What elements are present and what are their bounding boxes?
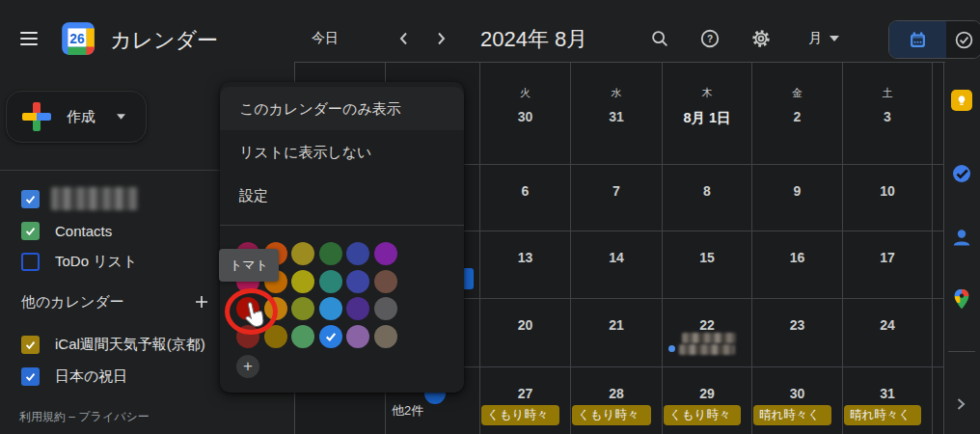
weather-event-chip[interactable]: くもり時々 [481, 405, 559, 425]
calendar-item-label: ToDo リスト [55, 253, 137, 271]
my-calendar-item[interactable]: Contacts [0, 218, 231, 243]
calendar-cell[interactable]: 31 晴れ時々く [843, 367, 933, 434]
color-swatch[interactable] [346, 242, 369, 265]
menu-divider [220, 225, 464, 226]
checkbox-checked[interactable] [21, 336, 40, 354]
tasks-icon[interactable] [951, 163, 972, 184]
other-calendar-item[interactable]: 日本の祝日 [0, 364, 231, 389]
color-swatch[interactable] [374, 242, 397, 265]
view-selector-dropdown[interactable]: 月 [808, 24, 839, 53]
search-icon[interactable] [644, 23, 675, 54]
calendar-cell[interactable]: 28 くもり時々 [571, 367, 663, 434]
weather-event-chip[interactable]: くもり時々 [572, 405, 651, 425]
calendar-cell[interactable]: 23 [752, 299, 843, 367]
color-swatch[interactable] [374, 297, 397, 320]
weather-event-chip[interactable]: くもり時々 [664, 405, 741, 425]
create-button-label: 作成 [67, 108, 95, 126]
weather-event-chip[interactable]: 晴れ時々く [844, 405, 921, 425]
chevron-down-icon [117, 114, 125, 120]
tasks-view-toggle[interactable] [946, 21, 980, 58]
my-calendar-item[interactable]: ToDo リスト [0, 249, 231, 274]
menu-item-show-only[interactable]: このカレンダーのみ表示 [220, 87, 464, 130]
calendar-cell[interactable]: 10 [843, 165, 933, 231]
redacted-event-text [682, 333, 736, 343]
view-selector-label: 月 [808, 30, 822, 47]
calendar-item-label: Contacts [55, 223, 112, 239]
color-swatch[interactable] [319, 242, 342, 265]
svg-text:26: 26 [69, 32, 85, 46]
color-swatch[interactable] [346, 325, 369, 348]
help-icon[interactable]: ? [694, 23, 725, 54]
menu-item-hide-from-list[interactable]: リストに表示しない [220, 130, 464, 174]
calendar-cell[interactable]: 15 [663, 231, 752, 299]
color-swatch[interactable] [291, 325, 314, 348]
calendar-cell[interactable]: 27 くもり時々 [480, 367, 571, 434]
next-month-button[interactable] [428, 26, 453, 51]
current-date-range: 2024年 8月 [480, 25, 587, 54]
calendar-cell[interactable]: 14 [571, 231, 663, 299]
calendar-cell[interactable]: 29 くもり時々 [663, 367, 752, 434]
other-calendar-item[interactable]: iCal週間天気予報(京都) [0, 332, 231, 357]
color-swatch[interactable] [291, 242, 314, 265]
calendar-view-toggle[interactable] [889, 21, 946, 58]
main-menu-button[interactable] [10, 19, 48, 58]
my-calendar-item[interactable] [0, 186, 231, 211]
create-button[interactable]: 作成 [6, 91, 147, 143]
more-events-link[interactable]: 他2件 [392, 402, 423, 420]
grid-gutter [933, 367, 944, 434]
prev-month-button[interactable] [392, 26, 417, 51]
calendar-cell[interactable]: 金2 [752, 63, 843, 165]
terms-privacy-links[interactable]: 利用規約 – プライバシー [19, 409, 150, 425]
today-button[interactable]: 今日 [295, 23, 355, 54]
calendar-cell[interactable]: 24 [843, 299, 933, 367]
calendar-cell[interactable]: 17 [843, 231, 933, 299]
collapse-panel-chevron-icon[interactable] [952, 395, 969, 413]
calendar-cell[interactable]: 8 [663, 165, 752, 231]
checkbox-checked[interactable] [21, 367, 40, 386]
maps-icon[interactable] [952, 287, 971, 312]
calendar-cell-month-start[interactable]: 木8月 1日 [663, 63, 752, 165]
color-swatch[interactable] [319, 297, 342, 320]
event-dot [668, 345, 675, 352]
other-calendars-heading: 他のカレンダー [21, 293, 124, 312]
calendar-cell[interactable]: 13 [480, 231, 571, 299]
color-swatch[interactable] [374, 270, 397, 293]
grid-gutter [933, 165, 944, 231]
calendar-cell[interactable]: 7 [571, 165, 663, 231]
keep-icon[interactable] [951, 90, 972, 111]
calendar-cell[interactable]: 6 [480, 165, 571, 231]
check-icon [324, 330, 338, 343]
calendar-cell[interactable]: 火30 [480, 63, 571, 165]
view-toggle-group [888, 20, 980, 59]
grid-gutter [933, 299, 944, 367]
checkbox-checked[interactable] [21, 190, 40, 208]
calendar-cell[interactable]: 30 晴れ時々く [752, 367, 843, 434]
color-swatch[interactable] [319, 270, 342, 293]
calendar-cell[interactable]: 20 [480, 299, 571, 367]
checkbox-checked[interactable] [21, 222, 40, 240]
weather-event-chip[interactable]: 晴れ時々く [753, 405, 831, 425]
calendar-cell[interactable]: 9 [752, 165, 843, 231]
color-tooltip: トマト [219, 249, 279, 282]
color-swatch[interactable] [374, 325, 397, 348]
contacts-icon[interactable] [951, 227, 972, 248]
color-swatch[interactable] [346, 270, 369, 293]
color-swatch-selected[interactable] [319, 325, 342, 348]
color-swatch[interactable] [346, 297, 369, 320]
calendar-cell[interactable]: 16 [752, 231, 843, 299]
calendar-cell[interactable]: 22 [663, 299, 752, 367]
calendar-cell[interactable]: 21 [571, 299, 663, 367]
add-custom-color-button[interactable]: + [236, 355, 259, 378]
redacted-calendar-name [51, 187, 138, 210]
calendar-cell[interactable]: 水31 [571, 63, 663, 165]
plus-icon [195, 295, 208, 309]
color-swatch[interactable] [291, 270, 314, 293]
calendar-logo-icon: 26 [60, 20, 96, 57]
add-calendar-button[interactable] [191, 291, 212, 312]
calendar-cell[interactable]: 土3 [843, 63, 933, 165]
settings-gear-icon[interactable] [746, 23, 776, 54]
color-swatch[interactable] [291, 297, 314, 320]
checkbox-unchecked[interactable] [21, 253, 40, 271]
menu-item-settings[interactable]: 設定 [220, 174, 464, 217]
grid-gutter [933, 63, 944, 165]
